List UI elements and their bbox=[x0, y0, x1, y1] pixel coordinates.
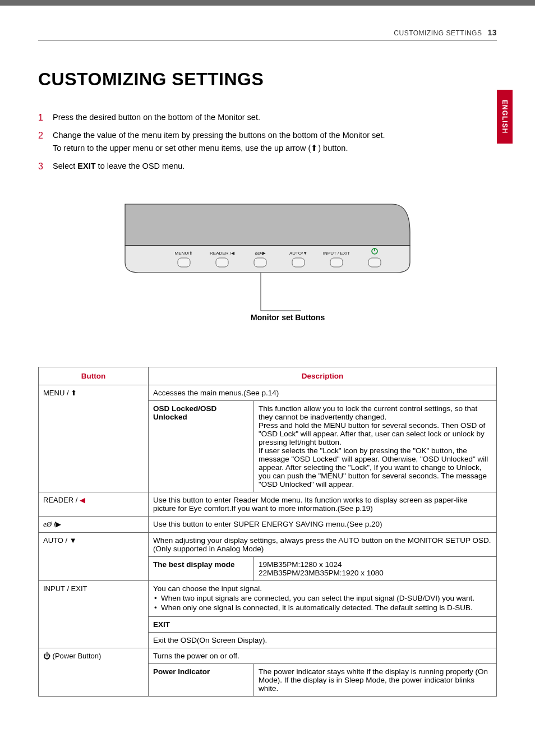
step-text: Change the value of the menu item by pre… bbox=[53, 131, 385, 140]
step-number: 3 bbox=[38, 160, 43, 174]
button-description-table: Button Description MENU / ⬆ Accesses the… bbox=[38, 367, 497, 697]
list-item: When two input signals are connected, yo… bbox=[153, 594, 492, 602]
button-reader-cell: READER / ◀ bbox=[39, 492, 149, 516]
exit-desc: Exit the OSD(On Screen Display). bbox=[149, 632, 497, 648]
monitor-buttons-figure: MENU/⬆ READER /◀ eØ/▶ AUTO/▼ INPUT / EXI… bbox=[122, 201, 413, 322]
page-number: 13 bbox=[487, 28, 497, 37]
button-reader-label: READER / bbox=[43, 496, 80, 504]
reader-desc: Use this button to enter Reader Mode men… bbox=[149, 492, 497, 516]
table-row: MENU / ⬆ Accesses the main menus.(See p.… bbox=[39, 385, 497, 400]
page-title: CUSTOMIZING SETTINGS bbox=[38, 69, 497, 90]
svg-rect-1 bbox=[178, 258, 190, 267]
input-bullet-list: When two input signals are connected, yo… bbox=[153, 594, 492, 612]
button-input-exit-cell: INPUT / EXIT bbox=[39, 580, 149, 648]
svg-text:INPUT / EXIT: INPUT / EXIT bbox=[323, 251, 350, 256]
svg-rect-2 bbox=[216, 258, 228, 267]
svg-rect-6 bbox=[368, 258, 381, 267]
auto-desc: When adjusting your display settings, al… bbox=[149, 532, 497, 556]
input-desc-intro: You can choose the input signal. bbox=[153, 584, 262, 593]
svg-text:READER /◀: READER /◀ bbox=[210, 251, 235, 256]
button-auto-cell: AUTO / ▼ bbox=[39, 532, 149, 580]
figure-caption: Monitor set Buttons bbox=[251, 313, 413, 322]
eco-desc: Use this button to enter SUPER ENERGY SA… bbox=[149, 516, 497, 532]
figure-wrapper: MENU/⬆ READER /◀ eØ/▶ AUTO/▼ INPUT / EXI… bbox=[38, 201, 497, 322]
osd-lock-label: OSD Locked/OSD Unlocked bbox=[149, 400, 254, 492]
col-description-header: Description bbox=[149, 367, 497, 385]
up-arrow-icon: ⬆ bbox=[311, 144, 318, 153]
svg-text:eØ/▶: eØ/▶ bbox=[255, 251, 266, 256]
step-text: to leave the OSD menu. bbox=[96, 162, 185, 170]
power-icon: ⏻ bbox=[43, 652, 50, 660]
step-2: 2 Change the value of the menu item by p… bbox=[38, 129, 497, 154]
list-item: When only one signal is connected, it is… bbox=[153, 603, 492, 612]
svg-text:MENU/⬆: MENU/⬆ bbox=[175, 251, 193, 256]
step-number: 1 bbox=[38, 111, 43, 125]
instruction-steps: 1 Press the desired button on the bottom… bbox=[38, 111, 497, 173]
menu-desc-accesses: Accesses the main menus.(See p.14) bbox=[149, 385, 497, 400]
step-3: 3 Select EXIT to leave the OSD menu. bbox=[38, 160, 497, 172]
power-indicator-label: Power Indicator bbox=[149, 663, 254, 696]
input-desc: You can choose the input signal. When tw… bbox=[149, 580, 497, 616]
left-triangle-icon: ◀ bbox=[80, 496, 85, 504]
power-indicator-text: The power indicator stays white if the d… bbox=[254, 663, 497, 696]
power-desc: Turns the power on or off. bbox=[149, 648, 497, 663]
page-header: CUSTOMIZING SETTINGS 13 bbox=[38, 28, 497, 41]
exit-keyword: EXIT bbox=[77, 162, 95, 170]
step-number: 2 bbox=[38, 129, 43, 143]
svg-rect-5 bbox=[330, 258, 343, 267]
step-text: Press the desired button on the bottom o… bbox=[53, 113, 260, 122]
best-display-label: The best display mode bbox=[149, 556, 254, 580]
button-power-label: (Power Button) bbox=[50, 652, 101, 660]
language-tab-label: ENGLISH bbox=[501, 100, 509, 133]
button-menu-label: MENU / bbox=[43, 389, 71, 397]
best-display-text: 19MB35PM:1280 x 1024 22MB35PM/23MB35PM:1… bbox=[254, 556, 497, 580]
svg-rect-4 bbox=[292, 258, 305, 267]
table-row: READER / ◀ Use this button to enter Read… bbox=[39, 492, 497, 516]
table-header-row: Button Description bbox=[39, 367, 497, 385]
language-tab: ENGLISH bbox=[497, 90, 513, 144]
svg-rect-3 bbox=[254, 258, 266, 267]
monitor-buttons-svg: MENU/⬆ READER /◀ eØ/▶ AUTO/▼ INPUT / EXI… bbox=[122, 201, 413, 313]
table-row: ⏻ (Power Button) Turns the power on or o… bbox=[39, 648, 497, 663]
step-text: Select bbox=[53, 162, 77, 170]
svg-text:AUTO/▼: AUTO/▼ bbox=[289, 251, 307, 256]
button-power-cell: ⏻ (Power Button) bbox=[39, 648, 149, 696]
header-section-label: CUSTOMIZING SETTINGS bbox=[394, 29, 482, 37]
step-text: ) button. bbox=[318, 144, 348, 153]
osd-lock-text: This function allow you to lock the curr… bbox=[254, 400, 497, 492]
button-eco-cell: eØ /▶ bbox=[39, 516, 149, 532]
table-row: INPUT / EXIT You can choose the input si… bbox=[39, 580, 497, 616]
button-menu-cell: MENU / ⬆ bbox=[39, 385, 149, 492]
table-row: eØ /▶ Use this button to enter SUPER ENE… bbox=[39, 516, 497, 532]
right-triangle-icon: /▶ bbox=[54, 520, 62, 528]
col-button-header: Button bbox=[39, 367, 149, 385]
eco-icon: eØ bbox=[43, 520, 52, 528]
table-row: AUTO / ▼ When adjusting your display set… bbox=[39, 532, 497, 556]
step-1: 1 Press the desired button on the bottom… bbox=[38, 111, 497, 123]
exit-sub-label: EXIT bbox=[149, 616, 497, 632]
step-text: To return to the upper menu or set other… bbox=[53, 144, 311, 153]
manual-page: CUSTOMIZING SETTINGS 13 ENGLISH CUSTOMIZ… bbox=[0, 6, 535, 756]
up-arrow-icon: ⬆ bbox=[71, 389, 77, 397]
